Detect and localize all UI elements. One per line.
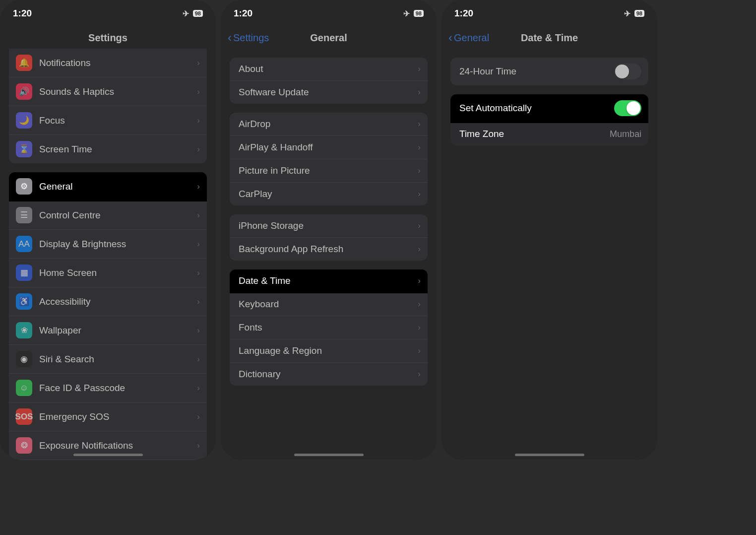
row-accessibility[interactable]: ♿Accessibility› — [9, 287, 207, 316]
chevron-right-icon: › — [418, 189, 421, 199]
general-group-storage: iPhone Storage›Background App Refresh› — [230, 214, 428, 261]
chevron-right-icon: › — [197, 383, 200, 393]
row-24-hour-time[interactable]: 24-Hour Time — [450, 58, 648, 85]
nav-bar: Settings — [0, 27, 216, 49]
chevron-right-icon: › — [197, 412, 200, 422]
row-label: Exposure Notifications — [39, 440, 133, 451]
notifications-icon: 🔔 — [16, 55, 32, 71]
row-focus[interactable]: 🌙Focus› — [9, 106, 207, 134]
chevron-right-icon: › — [418, 87, 421, 97]
display-brightness-icon: AA — [16, 236, 32, 252]
chevron-right-icon: › — [418, 221, 421, 231]
wallpaper-icon: ❀ — [16, 322, 32, 338]
home-indicator — [515, 454, 584, 456]
chevron-right-icon: › — [197, 210, 200, 220]
page-title: General — [310, 32, 347, 44]
row-carplay[interactable]: CarPlay› — [230, 182, 428, 205]
date-time-content: 24-Hour Time Set Automatically Time Zone… — [441, 49, 657, 460]
row-label: AirDrop — [239, 119, 270, 130]
chevron-right-icon: › — [418, 323, 421, 333]
back-label: General — [454, 32, 489, 44]
row-label: About — [239, 64, 263, 74]
home-indicator — [294, 454, 364, 456]
general-group-about: About›Software Update› — [230, 58, 428, 104]
chevron-right-icon: › — [197, 116, 200, 126]
toggle-24-hour[interactable] — [614, 64, 641, 79]
row-general[interactable]: ⚙General› — [9, 172, 207, 201]
siri-search-icon: ◉ — [16, 351, 32, 367]
focus-icon: 🌙 — [16, 112, 32, 129]
row-label: Time Zone — [459, 129, 504, 139]
row-label: Language & Region — [239, 345, 322, 356]
row-software-update[interactable]: Software Update› — [230, 80, 428, 104]
face-id-passcode-icon: ☺ — [16, 380, 32, 396]
row-language-region[interactable]: Language & Region› — [230, 339, 428, 362]
row-label: Siri & Search — [39, 354, 94, 365]
general-group-airdrop: AirDrop›AirPlay & Handoff›Picture in Pic… — [230, 113, 428, 205]
chevron-right-icon: › — [418, 369, 421, 379]
row-airplay-handoff[interactable]: AirPlay & Handoff› — [230, 135, 428, 159]
airplane-icon: ✈ — [403, 9, 410, 18]
home-indicator — [73, 454, 143, 456]
row-home-screen[interactable]: ▦Home Screen› — [9, 258, 207, 287]
row-label: Display & Brightness — [39, 239, 126, 250]
accessibility-icon: ♿ — [16, 293, 32, 310]
status-bar: 1:20 ✈ 98 — [221, 0, 437, 27]
row-airdrop[interactable]: AirDrop› — [230, 113, 428, 135]
row-label: Software Update — [239, 87, 309, 98]
chevron-right-icon: › — [418, 166, 421, 176]
row-label: Control Centre — [39, 210, 101, 221]
row-dictionary[interactable]: Dictionary› — [230, 362, 428, 386]
row-set-automatically[interactable]: Set Automatically — [450, 94, 648, 122]
row-face-id-passcode[interactable]: ☺Face ID & Passcode› — [9, 373, 207, 402]
back-button[interactable]: ‹ General — [448, 31, 489, 45]
row-control-centre[interactable]: ☰Control Centre› — [9, 201, 207, 229]
chevron-right-icon: › — [418, 299, 421, 309]
chevron-right-icon: › — [418, 244, 421, 254]
phone-settings: 1:20 ✈ 98 Settings 🔔Notifications›🔊Sound… — [0, 0, 216, 460]
row-label: AirPlay & Handoff — [239, 142, 313, 153]
chevron-right-icon: › — [418, 346, 421, 356]
chevron-right-icon: › — [197, 58, 200, 68]
row-date-time[interactable]: Date & Time› — [230, 269, 428, 292]
exposure-notifications-icon: ❂ — [16, 437, 32, 454]
group-24hour: 24-Hour Time — [450, 58, 648, 85]
row-fonts[interactable]: Fonts› — [230, 316, 428, 339]
general-content: About›Software Update› AirDrop›AirPlay &… — [221, 49, 437, 460]
back-button[interactable]: ‹ Settings — [228, 31, 269, 45]
row-emergency-sos[interactable]: SOSEmergency SOS› — [9, 402, 207, 431]
chevron-right-icon: › — [197, 239, 200, 249]
row-notifications[interactable]: 🔔Notifications› — [9, 49, 207, 77]
row-time-zone[interactable]: Time Zone Mumbai — [450, 122, 648, 145]
row-sounds-haptics[interactable]: 🔊Sounds & Haptics› — [9, 77, 207, 106]
row-label: Home Screen — [39, 268, 97, 278]
row-battery[interactable]: ▬Battery› — [9, 460, 207, 460]
toggle-set-automatically[interactable] — [614, 100, 641, 116]
row-wallpaper[interactable]: ❀Wallpaper› — [9, 316, 207, 344]
row-label: General — [39, 181, 73, 192]
row-display-brightness[interactable]: AADisplay & Brightness› — [9, 229, 207, 258]
row-label: Background App Refresh — [239, 244, 343, 255]
chevron-right-icon: › — [418, 276, 421, 286]
chevron-right-icon: › — [418, 64, 421, 74]
chevron-left-icon: ‹ — [228, 31, 232, 45]
row-label: Set Automatically — [459, 103, 532, 114]
row-about[interactable]: About› — [230, 58, 428, 80]
airplane-icon: ✈ — [183, 9, 189, 18]
row-label: Emergency SOS — [39, 411, 110, 422]
status-time: 1:20 — [454, 8, 473, 19]
phone-general: 1:20 ✈ 98 ‹ Settings General About›Softw… — [221, 0, 437, 460]
battery-badge: 98 — [634, 10, 644, 17]
chevron-right-icon: › — [197, 326, 200, 335]
group-set-auto: Set Automatically Time Zone Mumbai — [450, 94, 648, 145]
row-keyboard[interactable]: Keyboard› — [230, 292, 428, 316]
row-label: Date & Time — [239, 275, 291, 286]
battery-badge: 98 — [414, 10, 424, 17]
row-background-app-refresh[interactable]: Background App Refresh› — [230, 237, 428, 261]
row-label: Accessibility — [39, 296, 90, 307]
row-iphone-storage[interactable]: iPhone Storage› — [230, 214, 428, 237]
chevron-right-icon: › — [197, 87, 200, 97]
row-screen-time[interactable]: ⌛Screen Time› — [9, 134, 207, 163]
row-siri-search[interactable]: ◉Siri & Search› — [9, 344, 207, 373]
row-picture-in-picture[interactable]: Picture in Picture› — [230, 159, 428, 182]
